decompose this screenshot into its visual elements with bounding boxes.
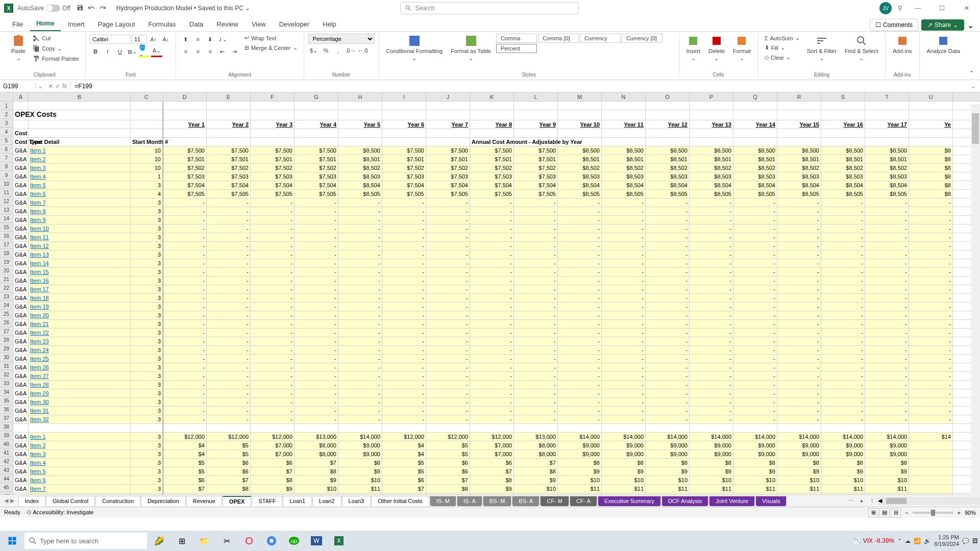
cell[interactable]: $14,000 <box>558 433 602 441</box>
cell[interactable]: $7 <box>470 467 514 475</box>
cell[interactable]: G&A <box>13 493 29 494</box>
cell[interactable]: - <box>207 251 251 259</box>
fx-icon[interactable]: fx <box>62 83 67 90</box>
cell[interactable]: - <box>338 224 382 233</box>
sheet-tabs-more[interactable]: ⋯ <box>845 497 857 504</box>
cell[interactable]: - <box>251 389 295 397</box>
cell[interactable]: Item 27 <box>29 372 131 380</box>
cell[interactable]: $7,500 <box>514 146 558 155</box>
cell[interactable]: - <box>690 329 733 337</box>
cell[interactable] <box>602 424 646 432</box>
cell[interactable]: Item 11 <box>29 233 131 241</box>
cell[interactable]: Year 7 <box>426 120 470 129</box>
cell[interactable]: - <box>733 251 777 259</box>
cell[interactable]: $8,504 <box>602 181 646 189</box>
cell[interactable]: - <box>163 207 207 215</box>
cell[interactable]: $9 <box>602 467 646 475</box>
cell[interactable]: $12 <box>558 493 602 494</box>
row-header[interactable]: 35 <box>0 396 13 405</box>
cell[interactable]: - <box>646 207 690 215</box>
cell[interactable]: G&A <box>13 164 29 172</box>
cell[interactable]: - <box>163 198 207 207</box>
cell[interactable]: - <box>207 407 251 415</box>
cell[interactable]: - <box>909 259 953 267</box>
number-format-select[interactable]: Percentage <box>308 34 375 44</box>
cell[interactable] <box>29 102 131 110</box>
cell[interactable]: $7 <box>382 485 426 493</box>
cell[interactable]: - <box>690 389 733 397</box>
cell[interactable]: - <box>426 251 470 259</box>
cell[interactable]: G&A <box>13 363 29 371</box>
cell[interactable]: - <box>338 294 382 302</box>
collapse-ribbon-icon[interactable]: ⌄ <box>967 20 974 30</box>
cell[interactable]: $8,505 <box>865 190 909 198</box>
cell[interactable]: - <box>733 277 777 285</box>
cell[interactable]: $9 <box>251 485 295 493</box>
cell[interactable]: - <box>426 320 470 328</box>
cell[interactable]: - <box>382 198 426 207</box>
cell[interactable]: - <box>207 372 251 380</box>
cell[interactable]: $7 <box>295 459 338 467</box>
cell[interactable]: - <box>602 268 646 276</box>
cell[interactable] <box>29 110 131 120</box>
cell[interactable]: G&A <box>13 233 29 241</box>
cell[interactable]: - <box>338 329 382 337</box>
cell[interactable]: $5 <box>426 441 470 449</box>
cell[interactable]: - <box>426 216 470 224</box>
cell[interactable] <box>646 424 690 432</box>
row-header[interactable]: 7 <box>0 154 13 162</box>
cell[interactable]: - <box>821 251 865 259</box>
cell[interactable]: $14,000 <box>646 433 690 441</box>
cell[interactable]: $7,504 <box>470 181 514 189</box>
enter-formula-icon[interactable]: ✓ <box>55 83 60 90</box>
cell[interactable]: - <box>338 259 382 267</box>
cell[interactable] <box>338 424 382 432</box>
cell[interactable]: $8 <box>602 459 646 467</box>
cell[interactable] <box>733 424 777 432</box>
user-avatar[interactable]: JV <box>879 2 892 14</box>
tab-file[interactable]: File <box>6 17 29 31</box>
cell[interactable] <box>865 102 909 110</box>
cell[interactable]: - <box>777 285 821 293</box>
cell[interactable] <box>382 138 426 146</box>
cell[interactable]: $8 <box>558 459 602 467</box>
cell[interactable]: $9 <box>646 467 690 475</box>
cell[interactable]: $8,505 <box>602 190 646 198</box>
cell[interactable]: - <box>514 311 558 319</box>
cell[interactable] <box>207 110 251 120</box>
cell[interactable]: $9,000 <box>733 450 777 458</box>
autosum-button[interactable]: Σ AutoSum ⌄ <box>763 34 802 42</box>
cell[interactable] <box>646 110 690 120</box>
sheet-nav-next[interactable]: ▶ <box>10 497 14 504</box>
col-header-Q[interactable]: Q <box>733 92 777 101</box>
cell[interactable]: G&A <box>13 329 29 337</box>
cell[interactable]: - <box>251 268 295 276</box>
cell[interactable]: - <box>865 285 909 293</box>
sheet-tab-loan1[interactable]: Loan1 <box>283 496 312 506</box>
cell[interactable]: - <box>733 415 777 423</box>
cell[interactable]: $7 <box>163 485 207 493</box>
cell[interactable]: - <box>426 207 470 215</box>
cell[interactable]: 3 <box>131 259 163 267</box>
sheet-tab-loan3[interactable]: Loan3 <box>342 496 371 506</box>
cell[interactable]: $7,500 <box>251 146 295 155</box>
cell[interactable]: $9 <box>426 493 470 494</box>
cell[interactable] <box>865 138 909 146</box>
tab-review[interactable]: Review <box>210 17 244 31</box>
tab-insert[interactable]: Insert <box>62 17 91 31</box>
cell[interactable]: $7,502 <box>163 164 207 172</box>
cell[interactable]: Item 7 <box>29 198 131 207</box>
cell[interactable]: $9,000 <box>646 450 690 458</box>
underline-button[interactable]: U <box>114 46 126 57</box>
cell[interactable]: - <box>646 285 690 293</box>
cell[interactable]: 3 <box>131 407 163 415</box>
cell[interactable] <box>690 129 733 137</box>
cell[interactable]: - <box>733 311 777 319</box>
style-currency[interactable]: Currency <box>580 34 621 43</box>
wrap-text-button[interactable]: ↩ Wrap Text <box>242 34 300 42</box>
cell[interactable]: $8,500 <box>733 146 777 155</box>
cell[interactable]: - <box>207 198 251 207</box>
cell[interactable]: $8,500 <box>821 146 865 155</box>
cell[interactable]: - <box>295 372 338 380</box>
cell[interactable]: Item 16 <box>29 277 131 285</box>
